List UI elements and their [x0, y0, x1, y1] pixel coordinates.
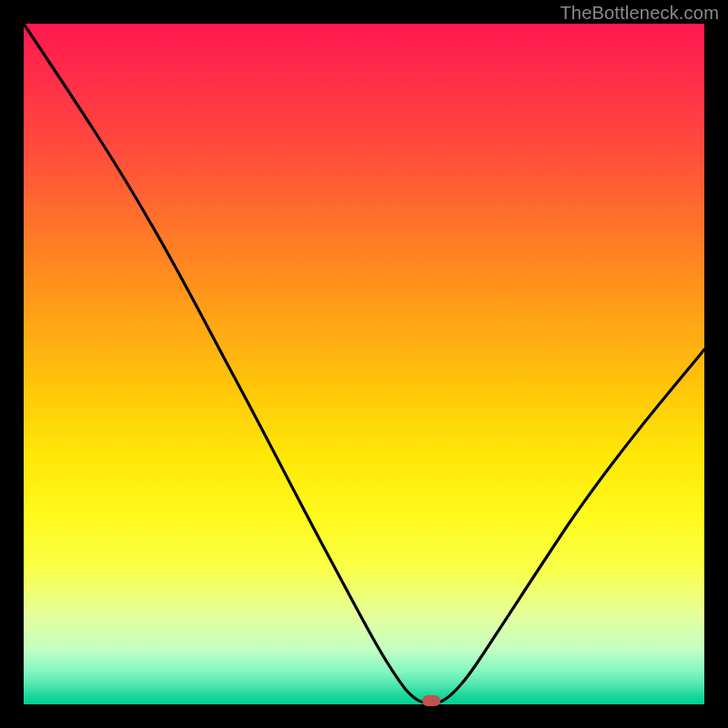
bottleneck-curve [24, 24, 704, 704]
bottleneck-marker [422, 695, 440, 706]
chart-frame: TheBottleneck.com [0, 0, 728, 728]
plot-area [24, 24, 704, 704]
watermark-text: TheBottleneck.com [560, 3, 719, 24]
curve-path [24, 24, 704, 703]
